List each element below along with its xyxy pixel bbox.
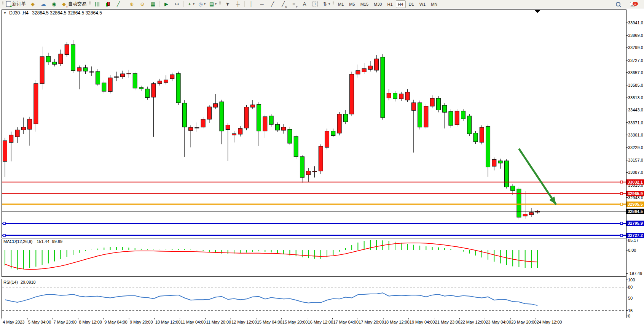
svg-text:23 May 04:00: 23 May 04:00 — [486, 320, 511, 324]
equidistant-channel-icon: ╱ — [280, 1, 286, 7]
candle-body — [89, 72, 94, 73]
toolbar-separator — [125, 1, 125, 7]
autotrade-button[interactable]: ◆ 自动交易 — [59, 0, 88, 8]
rsi-name: RSI(14) — [3, 280, 18, 284]
templates-button[interactable]: ▤ ▾ — [207, 0, 218, 8]
line-handle — [620, 203, 623, 205]
chart-title: ▼ DJ30-,H4 32864.5 32864.5 32864.5 32864… — [3, 10, 102, 16]
toolbar-grip[interactable] — [89, 1, 91, 7]
indicators-button[interactable]: + ▾ — [185, 0, 196, 8]
auto-scroll-button[interactable]: ▶ — [161, 0, 172, 8]
new-order-button[interactable]: 新订单 — [5, 0, 27, 8]
arrows-button[interactable]: ⇅ ▾ — [320, 0, 332, 8]
chart-expander-icon[interactable]: ▼ — [3, 11, 6, 15]
toolbar-grip[interactable] — [2, 1, 3, 7]
svg-text:4 May 2023: 4 May 2023 — [3, 320, 24, 324]
channel-button[interactable]: ╱ — [278, 0, 289, 8]
notifications-button[interactable]: 1 — [627, 0, 638, 8]
vertical-line-button[interactable]: │ — [246, 0, 257, 8]
candle-body — [244, 107, 249, 128]
zoom-out-button[interactable]: ⊖ — [137, 0, 148, 8]
candle-body — [269, 116, 273, 124]
timeframe-button-m15[interactable]: M15 — [358, 0, 371, 8]
candle-body — [59, 54, 63, 64]
timeframe-button-m1[interactable]: M1 — [336, 0, 346, 8]
cursor-icon: ➤ — [223, 0, 232, 8]
tile-windows-button[interactable]: ▦ — [148, 0, 158, 8]
timeframe-button-h4[interactable]: H4 — [396, 0, 406, 8]
chart-ohlc-values: 32864.5 32864.5 32864.5 32864.5 — [32, 10, 102, 16]
time-axis[interactable]: 4 May 20235 May 04:007 May 23:008 May 12… — [2, 318, 626, 324]
tile-windows-icon: ▦ — [150, 1, 156, 7]
autotrade-icon: ◆ — [61, 1, 67, 7]
fibonacci-icon: ≡ — [291, 1, 297, 7]
search-button[interactable] — [613, 0, 623, 8]
candle-body — [139, 87, 143, 89]
svg-text:32965.9: 32965.9 — [628, 191, 643, 196]
market-watch-button[interactable]: ◆ — [27, 0, 38, 8]
candle-body — [523, 214, 527, 216]
horizontal-line-icon: ─ — [259, 1, 265, 7]
candle-body — [182, 103, 187, 127]
candlestick-button[interactable] — [102, 0, 113, 8]
svg-text:15 May 20:00: 15 May 20:00 — [282, 320, 308, 324]
toolbar-grip[interactable] — [219, 1, 221, 7]
fibonacci-button[interactable]: ≡ — [289, 0, 299, 8]
candle-body — [356, 71, 360, 74]
svg-text:17 May 04:00: 17 May 04:00 — [333, 320, 359, 324]
candle-body — [102, 83, 106, 91]
svg-text:32727.2: 32727.2 — [628, 233, 643, 238]
bar-chart-button[interactable] — [92, 0, 102, 8]
timeframe-button-d1[interactable]: D1 — [406, 0, 416, 8]
chevron-down-icon: ▾ — [193, 2, 194, 6]
candle-body — [312, 171, 317, 172]
periods-button[interactable]: ◷ ▾ — [196, 0, 207, 8]
svg-text:33157.0: 33157.0 — [628, 158, 643, 162]
svg-text:33799.0: 33799.0 — [628, 45, 643, 50]
horizontal-line-button[interactable]: ─ — [257, 0, 267, 8]
chart-shift-button[interactable]: ↦ — [172, 0, 182, 8]
candle-body — [195, 127, 199, 128]
toolbar-right: 1 — [613, 0, 643, 8]
bar-chart-icon — [95, 2, 99, 6]
svg-text:24 May 12:00: 24 May 12:00 — [537, 320, 562, 324]
candle-body — [127, 73, 131, 74]
trendline-icon: ╱ — [269, 1, 276, 7]
zoom-out-icon: ⊖ — [139, 1, 145, 7]
candle-body — [529, 213, 533, 215]
candle-body — [226, 125, 230, 130]
candle-body — [498, 161, 502, 163]
crosshair-button[interactable]: ┼ — [233, 0, 243, 8]
timeframe-button-h1[interactable]: H1 — [385, 0, 395, 8]
candle-body — [232, 134, 236, 135]
candle-body — [331, 131, 335, 136]
line-handle — [3, 234, 5, 237]
price-axis[interactable]: 33941.033869.033799.033727.033657.033585… — [626, 10, 643, 318]
candle-body — [511, 186, 515, 190]
timeframe-button-m5[interactable]: M5 — [347, 0, 357, 8]
candle-body — [151, 84, 156, 97]
chart-svg[interactable]: 33941.033869.033799.033727.033657.033585… — [0, 8, 644, 327]
svg-text:16 May 12:00: 16 May 12:00 — [308, 320, 333, 324]
auto-scroll-icon: ▶ — [163, 1, 169, 7]
candle-body — [108, 78, 112, 92]
candle-body — [405, 92, 410, 100]
toolbar-grip[interactable] — [333, 1, 334, 7]
svg-text:-197.49: -197.49 — [628, 271, 642, 276]
zoom-in-button[interactable]: ⊕ — [126, 0, 137, 8]
signals-button[interactable]: ◉ — [49, 0, 59, 8]
line-chart-button[interactable]: ╱ — [113, 0, 124, 8]
candle-body — [83, 68, 88, 71]
candle-body — [300, 157, 304, 178]
timeframe-button-w1[interactable]: W1 — [417, 0, 428, 8]
timeframe-button-mn[interactable]: MN — [429, 0, 440, 8]
timeframe-button-m30[interactable]: M30 — [371, 0, 384, 8]
cursor-button[interactable]: ➤ — [222, 0, 233, 8]
svg-text:10 May 12:00: 10 May 12:00 — [155, 320, 181, 324]
community-button[interactable]: ☁ — [38, 0, 49, 8]
text-label-button[interactable]: T — [310, 0, 320, 8]
trendline-button[interactable]: ╱ — [267, 0, 278, 8]
price-line-labels: 33032.132965.932905.532864.532795.932727… — [626, 179, 644, 238]
candle-body — [399, 94, 403, 99]
text-button[interactable]: A — [299, 0, 310, 8]
